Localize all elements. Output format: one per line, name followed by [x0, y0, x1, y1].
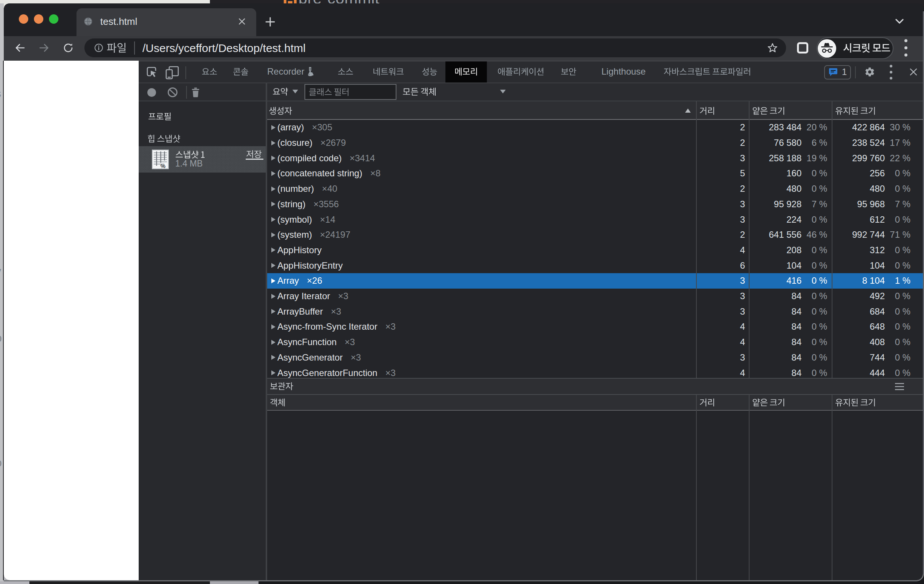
svg-text:%: % — [160, 163, 165, 169]
